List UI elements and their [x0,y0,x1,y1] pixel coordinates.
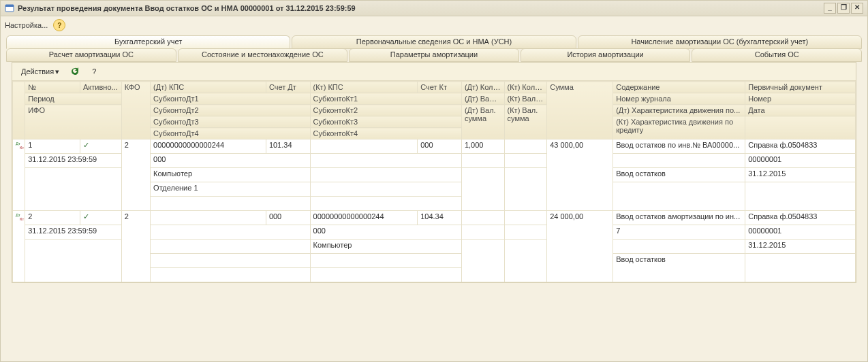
cell-sub-kt4 [310,268,461,282]
col-kt-kps[interactable]: (Кт) КПС [310,82,418,93]
cell-prim: Справка ф.0504833 [745,211,856,225]
cell-dt-kps [151,211,266,225]
table-row[interactable]: ДтКт 1 ✓ 2 00000000000000244 101.34 000 … [13,139,856,154]
tabs-row-1: Бухгалтерский учет Первоначальные сведен… [6,35,862,49]
cell-ifo [25,168,121,211]
cell-schet-dt: 000 [266,211,310,225]
col-sub-dt2[interactable]: СубконтоДт2 [151,105,310,116]
col-schet-dt[interactable]: Счет Дт [266,82,310,93]
svg-rect-1 [5,5,14,7]
toolbar: Настройка... ? [1,16,867,34]
cell-sub-dt4 [151,268,310,282]
tab-istoriya[interactable]: История амортизации [521,48,691,62]
col-nomer[interactable]: Номер [745,93,856,105]
tab-nachislenie[interactable]: Начисление амортизации ОС (бухгалтерский… [578,35,862,49]
cell-period: 31.12.2015 23:59:59 [25,154,121,168]
data-grid[interactable]: № Активно... КФО (Дт) КПС Счет Дт (Кт) К… [12,81,856,282]
col-sub-dt1[interactable]: СубконтоДт1 [151,93,310,105]
col-dt-kps[interactable]: (Дт) КПС [151,82,266,93]
col-period[interactable]: Период [25,93,121,105]
minimize-button[interactable]: _ [824,3,836,14]
cell-num: 1 [25,139,80,154]
col-ifo[interactable]: ИФО [25,105,121,139]
tab-raschet[interactable]: Расчет амортизации ОС [6,48,176,62]
actions-bar: Действия ▾ ? [12,63,856,81]
col-sub-dt3[interactable]: СубконтоДт3 [151,116,310,128]
row-icon: ДтКт [13,139,25,211]
close-button[interactable]: ✕ [851,3,863,14]
cell-har-dt: Ввод остатков [613,168,745,182]
cell-kt-val [504,225,547,240]
tab-pervonach[interactable]: Первоначальные сведения ОС и НМА (УСН) [292,35,576,49]
cell-ifo [25,240,121,282]
col-sub-kt1[interactable]: СубконтоКт1 [310,93,461,105]
col-schet-kt[interactable]: Счет Кт [418,82,462,93]
cell-nomzh: 7 [613,225,745,240]
cell-dt-kol: 1,000 [461,139,504,154]
cell-soderzh: Ввод остатков амортизации по ин... [613,211,745,225]
col-sub-kt2[interactable]: СубконтоКт2 [310,105,461,116]
cell-schet-kt: 000 [418,139,462,154]
refresh-button[interactable] [67,64,83,79]
help-icon-button[interactable]: ? [86,64,102,79]
cell-nomer: 00000001 [745,154,856,168]
cell-nomer: 00000001 [745,225,856,240]
table-row[interactable]: ДтКт 2 ✓ 2 000 00000000000000244 104.34 … [13,211,856,225]
tab-sostoyanie[interactable]: Состояние и местонахождение ОС [178,48,348,62]
col-soderzh[interactable]: Содержание [613,82,745,93]
tab-parametry[interactable]: Параметры амортизации [349,48,519,62]
cell-sub-kt2: Компьютер [310,240,461,254]
cell-sub-dt3 [151,254,310,268]
col-prim[interactable]: Первичный документ [745,82,856,93]
col-har-kt[interactable]: (Кт) Характеристика движения по кредиту [613,116,745,139]
cell-summa: 24 000,00 [547,211,613,282]
cell-kt-kol [504,139,547,154]
tab-buh-uchet[interactable]: Бухгалтерский учет [6,35,290,49]
restore-button[interactable]: ❐ [837,3,850,14]
cell-sub-kt1 [310,154,461,168]
col-data[interactable]: Дата [745,105,856,116]
actions-menu[interactable]: Действия ▾ [16,64,64,79]
cell-dt-val [461,154,504,168]
actions-label: Действия [21,67,54,76]
col-sub-kt3[interactable]: СубконтоКт3 [310,116,461,128]
cell-data: 31.12.2015 [745,168,856,182]
col-kt-val[interactable]: (Кт) Валю... [504,93,547,105]
col-dt-vs[interactable]: (Дт) Вал. сумма [461,105,504,139]
col-kfo[interactable]: КФО [121,82,150,139]
cell-sub-kt4 [310,197,461,211]
cell-sub-dt2 [151,240,310,254]
col-num[interactable]: № [25,82,80,93]
col-sub-dt4[interactable]: СубконтоДт4 [151,128,310,139]
cell-kt-kol [504,211,547,225]
col-sub-kt4[interactable]: СубконтоКт4 [310,128,461,139]
svg-text:Кт: Кт [20,217,24,221]
cell-period: 31.12.2015 23:59:59 [25,225,121,240]
col-har-dt[interactable]: (Дт) Характеристика движения по... [613,105,745,116]
col-dt-kol[interactable]: (Дт) Коли... [461,82,504,93]
col-dt-val[interactable]: (Дт) Валю... [461,93,504,105]
col-kt-vs[interactable]: (Кт) Вал. сумма [504,105,547,139]
cell-active: ✓ [80,139,122,154]
cell-sub-dt1: 000 [151,154,310,168]
svg-text:Кт: Кт [20,146,24,150]
cell-sub-kt3 [310,254,461,268]
col-active[interactable]: Активно... [80,82,122,93]
help-button[interactable]: ? [53,19,65,31]
cell-prim: Справка ф.0504833 [745,139,856,154]
col-nomzh[interactable]: Номер журнала [613,93,745,105]
tab-sobytiya[interactable]: События ОС [692,48,862,62]
cell-nomzh [613,154,745,168]
col-summa[interactable]: Сумма [547,82,613,139]
cell-data: 31.12.2015 [745,240,856,254]
tabs-row-2: Расчет амортизации ОС Состояние и местон… [6,48,862,62]
cell-sub-kt1: 000 [310,225,461,240]
cell-har-dt [613,240,745,254]
cell-dt-kps: 00000000000000244 [151,139,266,154]
cell-kt-kps [310,139,418,154]
col-kt-kol[interactable]: (Кт) Коли... [504,82,547,93]
chevron-down-icon: ▾ [55,67,59,76]
cell-sub-dt4 [151,197,310,211]
cell-dt-val [461,225,504,240]
settings-link[interactable]: Настройка... [5,21,48,29]
